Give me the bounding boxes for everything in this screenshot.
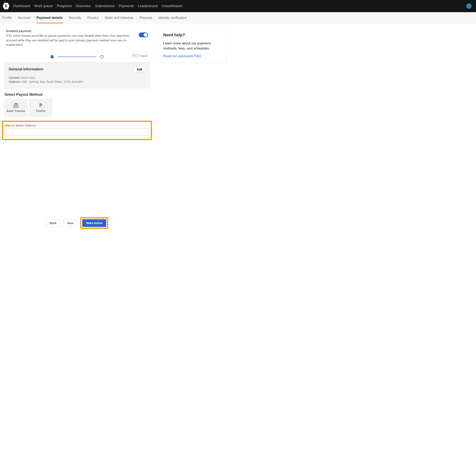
paypal-icon <box>38 103 43 108</box>
svg-marker-2 <box>13 103 19 104</box>
help-panel: Need help? Learn more about our payment … <box>158 28 227 63</box>
nav-dashboard[interactable]: Dashboard <box>13 4 30 8</box>
bitcoin-address-input[interactable] <box>5 128 149 135</box>
help-faq-link[interactable]: Read our payments FAQ <box>163 54 201 58</box>
page: Enabled payment If for some reason you'd… <box>0 24 476 237</box>
language-icon: A文 <box>132 54 137 58</box>
contact-label: Contact: <box>9 76 20 79</box>
svg-rect-5 <box>17 105 17 107</box>
nav-work-queue[interactable]: Work queue <box>34 4 53 8</box>
stepper <box>51 55 104 58</box>
method-bank-transfer[interactable]: Bank Transfer <box>4 99 28 116</box>
edit-button[interactable]: Edit <box>134 66 145 72</box>
address-row: Address: ABC, Sydney, New South Wales, 2… <box>9 80 145 83</box>
method-bank-label: Bank Transfer <box>7 109 25 112</box>
tab-profile[interactable]: Profile <box>2 12 12 23</box>
save-button[interactable]: Save <box>63 219 77 227</box>
tab-privacy[interactable]: Privacy <box>87 12 99 23</box>
svg-rect-4 <box>15 105 16 107</box>
nav-programs[interactable]: Programs <box>57 4 72 8</box>
enabled-payment-desc: If for some reason you'd like to pause p… <box>6 34 135 47</box>
method-paypal[interactable]: PayPal <box>29 99 52 116</box>
bugcrowd-logo-icon: b <box>2 2 10 10</box>
make-active-button[interactable]: Make Active <box>82 219 106 227</box>
avatar[interactable] <box>466 3 472 9</box>
top-nav: b Dashboard Work queue Programs Discover… <box>0 0 476 12</box>
make-active-highlight: Make Active <box>80 217 108 229</box>
nav-crowdstream[interactable]: CrowdStream <box>162 4 183 8</box>
general-info-header: General Information Edit <box>9 66 145 72</box>
contact-value: Demo User <box>21 76 35 79</box>
tab-resume[interactable]: Resume <box>139 12 152 23</box>
enabled-payment-toggle[interactable] <box>139 33 148 37</box>
top-nav-links: Dashboard Work queue Programs Discovery … <box>13 4 183 8</box>
help-body: Learn more about our payment methods, fe… <box>163 41 222 51</box>
step-2-icon <box>100 55 104 58</box>
enabled-payment-title: Enabled payment <box>6 29 135 33</box>
contact-row: Contact: Demo User <box>9 76 145 79</box>
enabled-payment-text: Enabled payment If for some reason you'd… <box>6 29 135 47</box>
tab-skills[interactable]: Skills and interests <box>105 12 133 23</box>
address-value: ABC, Sydney, New South Wales, 2795, Aust… <box>22 80 83 83</box>
sub-nav: Profile Account Payment details Security… <box>0 12 476 24</box>
method-paypal-label: PayPal <box>36 109 45 112</box>
nav-discovery[interactable]: Discovery <box>76 4 91 8</box>
address-label: Address: <box>9 80 21 83</box>
svg-rect-3 <box>14 105 14 107</box>
nav-payments[interactable]: Payments <box>119 4 134 8</box>
svg-text:b: b <box>5 4 7 8</box>
footer-buttons: Back Save Make Active <box>2 217 152 229</box>
general-info-card: General Information Edit Contact: Demo U… <box>4 62 150 88</box>
enabled-payment-section: Enabled payment If for some reason you'd… <box>2 28 152 51</box>
tab-security[interactable]: Security <box>69 12 81 23</box>
svg-rect-7 <box>13 107 19 108</box>
svg-rect-6 <box>18 105 18 107</box>
main-column: Enabled payment If for some reason you'd… <box>2 28 152 229</box>
tab-identity[interactable]: Identity verification <box>158 12 187 23</box>
logo[interactable]: b <box>2 2 10 10</box>
step-1-done-icon <box>51 55 54 58</box>
language-label: English <box>139 54 148 57</box>
language-switcher[interactable]: A文 English <box>132 54 148 58</box>
step-line <box>58 57 96 57</box>
tab-payment-details[interactable]: Payment details <box>36 12 63 23</box>
payout-methods: Bank Transfer PayPal <box>4 99 150 116</box>
bitcoin-label: Bitcoin Wallet Address <box>5 124 149 127</box>
back-button[interactable]: Back <box>46 219 60 227</box>
bitcoin-field-highlight: Bitcoin Wallet Address <box>2 121 152 140</box>
nav-leaderboard[interactable]: Leaderboard <box>138 4 158 8</box>
tab-account[interactable]: Account <box>18 12 30 23</box>
bank-icon <box>13 103 19 108</box>
nav-submissions[interactable]: Submissions <box>95 4 115 8</box>
payout-heading: Select Payout Method <box>4 93 150 97</box>
help-heading: Need help? <box>163 33 222 37</box>
general-info-heading: General Information <box>9 67 43 71</box>
stepper-row: A文 English <box>2 51 152 60</box>
